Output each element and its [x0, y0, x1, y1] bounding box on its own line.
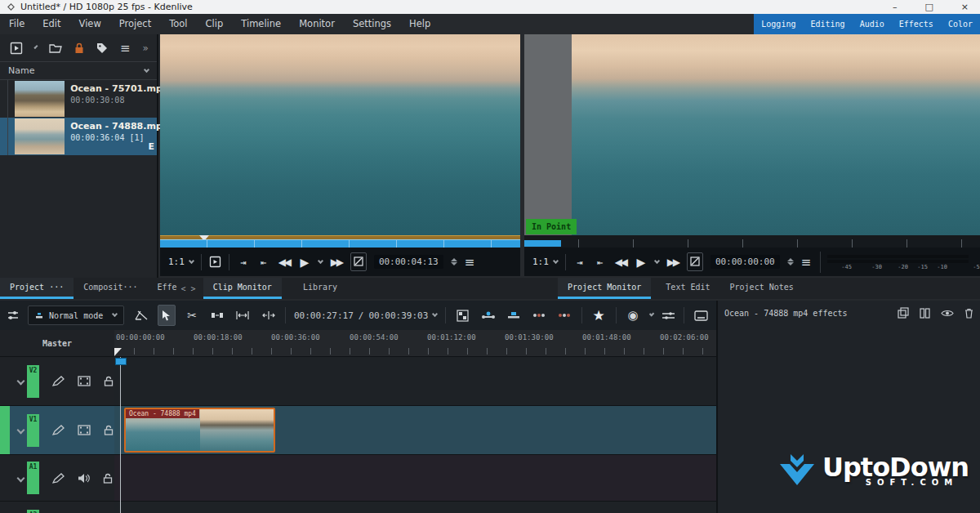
spacer-tool-icon[interactable] — [209, 305, 226, 326]
bin-overflow-icon[interactable]: » — [143, 42, 149, 54]
overwrite-zone-icon[interactable] — [505, 305, 522, 326]
favorite-effects-icon[interactable]: ★ — [590, 305, 608, 326]
workspace-tab-effects[interactable]: Effects — [892, 14, 941, 34]
selection-tool-icon[interactable] — [158, 305, 176, 326]
timeline-ruler[interactable]: 00:00:00:00 00:00:18:00 00:00:36:00 00:0… — [114, 330, 716, 357]
master-track-button[interactable]: Master — [0, 330, 114, 357]
menu-view[interactable]: View — [70, 14, 110, 34]
edit-mode-dropdown[interactable]: Normal mode — [28, 306, 124, 325]
tag-icon[interactable] — [96, 42, 108, 54]
tab-project-notes[interactable]: Project Notes — [720, 278, 804, 299]
collapse-track-icon[interactable] — [17, 474, 25, 482]
close-button[interactable]: × — [961, 1, 969, 13]
track-target-badge[interactable]: A2 — [27, 510, 39, 513]
video-track-icon[interactable] — [78, 376, 91, 386]
razor-tool-icon[interactable]: ✂ — [184, 305, 201, 326]
lock-track-icon[interactable] — [104, 425, 114, 435]
menu-monitor[interactable]: Monitor — [290, 14, 344, 34]
edit-track-icon[interactable] — [52, 376, 65, 386]
menu-settings[interactable]: Settings — [344, 14, 400, 34]
insert-zone-icon[interactable] — [479, 305, 497, 326]
loop-zone-icon[interactable] — [687, 252, 703, 271]
track-header-v1[interactable]: V1 — [0, 406, 114, 455]
delete-effects-icon[interactable] — [964, 308, 973, 319]
tab-clip-monitor[interactable]: Clip Monitor — [203, 278, 282, 299]
track-lane-a1[interactable] — [114, 455, 716, 502]
slip-tool-icon[interactable] — [260, 305, 277, 326]
monitor-menu-icon[interactable]: ≡ — [465, 255, 475, 270]
playhead-flag[interactable] — [114, 348, 122, 356]
timeline-position-display[interactable]: 00:00:27:17 / 00:00:39:03 — [294, 310, 437, 321]
menu-file[interactable]: File — [0, 14, 33, 34]
play-icon[interactable]: ▶ — [298, 253, 311, 271]
workspace-tab-color[interactable]: Color — [941, 14, 980, 34]
minimize-button[interactable]: – — [893, 1, 898, 13]
rewind-icon[interactable]: ◀◀ — [614, 253, 627, 271]
tab-compositions[interactable]: Composit··· — [74, 278, 147, 299]
tab-scroll-left-icon[interactable]: < — [179, 279, 189, 299]
clip-monitor-seek-bar[interactable] — [160, 239, 520, 248]
track-header-v2[interactable]: V2 — [0, 357, 114, 406]
menu-clip[interactable]: Clip — [197, 14, 233, 34]
record-options-chevron-icon[interactable] — [648, 311, 654, 317]
monitor-overlay-icon[interactable] — [209, 256, 221, 268]
menu-edit[interactable]: Edit — [33, 14, 69, 34]
eye-icon[interactable] — [941, 309, 954, 318]
track-header-a2[interactable]: A2 — [0, 502, 114, 513]
clip-monitor-timecode[interactable]: 00:00:04:13 — [374, 255, 443, 269]
set-out-point-icon[interactable]: ⇤ — [594, 253, 607, 271]
play-options-chevron-icon[interactable] — [318, 257, 323, 263]
timeline-settings-icon[interactable] — [7, 309, 20, 322]
tab-text-edit[interactable]: Text Edit — [656, 278, 719, 299]
zoom-level-dropdown[interactable]: 1:1 — [532, 256, 558, 267]
clip-monitor-video[interactable] — [160, 34, 520, 235]
set-in-point-icon[interactable]: ⇥ — [573, 253, 586, 271]
monitor-menu-icon[interactable]: ≡ — [801, 255, 812, 270]
menu-help[interactable]: Help — [400, 14, 439, 34]
lock-track-icon[interactable] — [103, 473, 113, 484]
bin-name-header[interactable]: Name — [0, 61, 157, 80]
bin-clip-ocean-75701[interactable]: Ocean - 75701.mp4 00:00:30:08 — [0, 80, 157, 118]
bin-clip-ocean-74888[interactable]: Ocean - 74888.mp4 00:00:36:04 [1] E — [0, 118, 157, 155]
track-target-badge[interactable]: V2 — [27, 365, 39, 398]
rewind-icon[interactable]: ◀◀ — [278, 253, 291, 271]
video-track-icon[interactable] — [78, 425, 91, 435]
timeline-zone-marker[interactable] — [115, 358, 127, 365]
menu-timeline[interactable]: Timeline — [232, 14, 290, 34]
menu-tool[interactable]: Tool — [160, 14, 196, 34]
open-folder-icon[interactable] — [49, 42, 62, 54]
tab-effects[interactable]: Effe — [147, 278, 178, 299]
playhead-line[interactable] — [120, 357, 121, 513]
track-target-badge[interactable]: V1 — [27, 414, 39, 447]
fast-forward-icon[interactable]: ▶▶ — [666, 253, 679, 271]
tab-library[interactable]: Library — [293, 278, 347, 299]
set-in-point-icon[interactable]: ⇥ — [237, 253, 250, 271]
mix-clips-icon[interactable] — [132, 305, 149, 326]
copy-effects-icon[interactable] — [898, 307, 909, 319]
set-out-point-icon[interactable]: ⇤ — [257, 253, 270, 271]
play-icon[interactable]: ▶ — [635, 253, 648, 271]
add-clip-icon[interactable] — [10, 42, 23, 55]
bin-sort-chevron-icon[interactable] — [144, 67, 149, 73]
track-target-badge[interactable]: A1 — [27, 462, 39, 494]
lock-track-icon[interactable] — [104, 376, 114, 386]
zoom-level-dropdown[interactable]: 1:1 — [168, 256, 194, 267]
project-monitor-video[interactable] — [524, 34, 980, 235]
workspace-tab-editing[interactable]: Editing — [803, 14, 852, 34]
project-monitor-timecode[interactable]: 00:00:00:00 — [710, 255, 780, 269]
track-lane-v2[interactable] — [114, 357, 716, 406]
edit-track-icon[interactable] — [52, 425, 65, 435]
extract-zone-icon[interactable] — [530, 305, 547, 326]
chevron-down-icon[interactable] — [432, 311, 438, 317]
timeline-clip-ocean-74888[interactable]: Ocean - 74888 mp4 — [124, 408, 275, 453]
audio-track-icon[interactable] — [78, 473, 90, 484]
collapse-track-icon[interactable] — [17, 377, 25, 386]
loop-zone-icon[interactable] — [350, 252, 367, 271]
add-clip-dropdown-icon[interactable] — [34, 45, 38, 49]
track-header-a1[interactable]: A1 — [0, 455, 114, 502]
zoom-slider-icon[interactable] — [662, 310, 675, 320]
lift-zone-icon[interactable] — [556, 305, 573, 326]
play-options-chevron-icon[interactable] — [654, 257, 660, 263]
workspace-tab-audio[interactable]: Audio — [853, 14, 892, 34]
track-lane-a2[interactable] — [114, 502, 716, 513]
